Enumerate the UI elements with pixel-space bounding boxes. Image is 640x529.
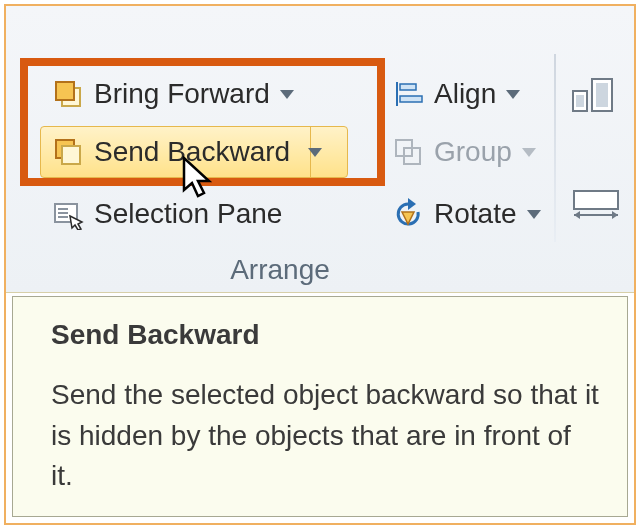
send-backward-icon bbox=[52, 136, 84, 168]
partial-button-1[interactable] bbox=[572, 70, 614, 118]
svg-rect-18 bbox=[596, 83, 608, 107]
group-icon bbox=[392, 136, 424, 168]
dropdown-caret-icon bbox=[522, 148, 536, 157]
rotate-button[interactable]: Rotate bbox=[392, 190, 541, 238]
rotate-label: Rotate bbox=[434, 198, 517, 230]
svg-marker-21 bbox=[612, 211, 618, 219]
tooltip-title: Send Backward bbox=[51, 319, 599, 351]
group-button: Group bbox=[392, 128, 536, 176]
group-separator bbox=[554, 54, 556, 242]
align-label: Align bbox=[434, 78, 496, 110]
bring-forward-button[interactable]: Bring Forward bbox=[52, 70, 294, 118]
align-icon bbox=[392, 78, 424, 110]
send-backward-label: Send Backward bbox=[94, 136, 290, 168]
rotate-icon bbox=[392, 198, 424, 230]
svg-rect-1 bbox=[56, 82, 74, 100]
window-frame: Bring Forward Send Backward bbox=[4, 4, 636, 525]
group-label: Group bbox=[434, 136, 512, 168]
selection-pane-button[interactable]: Selection Pane bbox=[52, 190, 282, 238]
svg-rect-7 bbox=[58, 216, 68, 218]
svg-rect-9 bbox=[400, 84, 416, 90]
svg-rect-6 bbox=[58, 212, 68, 214]
svg-rect-5 bbox=[58, 208, 68, 210]
size-icon-2 bbox=[572, 181, 630, 219]
size-icon bbox=[572, 75, 614, 113]
svg-marker-20 bbox=[574, 211, 580, 219]
bring-forward-icon bbox=[52, 78, 84, 110]
svg-rect-10 bbox=[400, 96, 422, 102]
selection-pane-icon bbox=[52, 198, 84, 230]
tooltip-description: Send the selected object backward so tha… bbox=[51, 375, 599, 497]
selection-pane-label: Selection Pane bbox=[94, 198, 282, 230]
send-backward-button[interactable]: Send Backward bbox=[52, 128, 322, 176]
align-button[interactable]: Align bbox=[392, 70, 520, 118]
group-name-label: Arrange bbox=[6, 254, 554, 286]
partial-button-2[interactable] bbox=[572, 176, 630, 224]
svg-marker-13 bbox=[408, 198, 416, 210]
svg-rect-17 bbox=[576, 95, 584, 107]
dropdown-caret-icon[interactable] bbox=[527, 210, 541, 219]
dropdown-caret-icon[interactable] bbox=[308, 148, 322, 157]
svg-rect-19 bbox=[574, 191, 618, 209]
dropdown-caret-icon[interactable] bbox=[506, 90, 520, 99]
ribbon-arrange-group: Bring Forward Send Backward bbox=[6, 6, 634, 293]
bring-forward-label: Bring Forward bbox=[94, 78, 270, 110]
tooltip: Send Backward Send the selected object b… bbox=[12, 296, 628, 517]
svg-rect-3 bbox=[62, 146, 80, 164]
dropdown-caret-icon[interactable] bbox=[280, 90, 294, 99]
